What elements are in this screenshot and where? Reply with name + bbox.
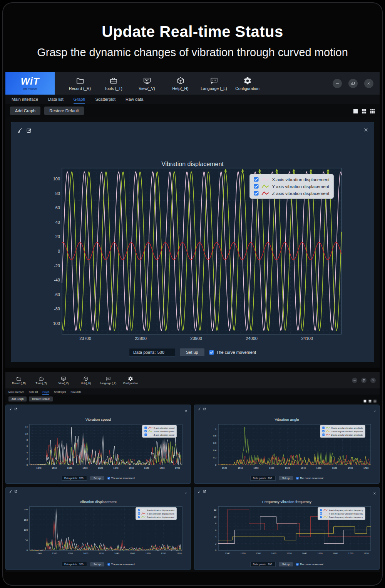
panel-close-button[interactable] [184, 490, 187, 496]
clear-icon[interactable] [9, 490, 12, 493]
minimize-button[interactable] [352, 378, 357, 383]
legend-item[interactable]: Z-axis vibration speed [144, 433, 174, 436]
series-checkbox[interactable] [322, 430, 325, 433]
data-points-input[interactable]: Data points: 500 [129, 348, 175, 356]
legend-item[interactable]: X-axis vibration displacement [138, 509, 174, 511]
add-graph-button[interactable]: Add Graph [10, 107, 40, 115]
data-points-input[interactable]: Data points: 200 [62, 476, 87, 481]
menu-item-view-v[interactable]: View(_V) [52, 376, 75, 385]
series-checkbox[interactable] [254, 177, 259, 182]
legend-item[interactable]: Y-axis frequency vibration frequency [320, 512, 363, 515]
set-up-button[interactable]: Set up [279, 562, 293, 566]
menu-item-help-h[interactable]: Help(_H) [75, 376, 97, 385]
legend-item[interactable]: Y-axis vibration speed [144, 430, 174, 433]
legend-item[interactable]: Z-axis angular vibration amplitude [322, 433, 363, 436]
legend-item[interactable]: Y-axis vibration displacement [254, 184, 330, 189]
curve-movement-checkbox[interactable]: The curve movement [296, 563, 323, 566]
legend-item[interactable]: Y-axis vibration displacement [138, 512, 174, 515]
minimize-button[interactable] [333, 79, 342, 88]
maximize-button[interactable] [348, 79, 358, 88]
menu-item-configuration[interactable]: Configuration [231, 77, 264, 91]
series-checkbox[interactable] [144, 433, 147, 436]
series-checkbox[interactable] [138, 512, 141, 515]
data-points-input[interactable]: Data points: 200 [62, 562, 87, 567]
tab-raw-data[interactable]: Raw data [70, 391, 81, 395]
svg-text:1620: 1620 [99, 552, 104, 555]
curve-movement-checkbox[interactable]: The curve movement [107, 477, 135, 480]
series-checkbox[interactable] [320, 516, 323, 518]
data-points-input[interactable]: Data points: 200 [250, 562, 276, 567]
series-checkbox[interactable] [254, 184, 259, 189]
panel-close-button[interactable] [184, 407, 187, 414]
menu-item-tools-t[interactable]: Tools (_T) [97, 77, 130, 91]
tab-data-list[interactable]: Data list [29, 391, 38, 395]
tab-graph[interactable]: Graph [42, 391, 49, 395]
menu-item-language-l[interactable]: Language (_L) [97, 376, 119, 385]
maximize-button[interactable] [361, 378, 367, 383]
edit-icon[interactable] [203, 407, 206, 411]
menu-item-view-v[interactable]: View(_V) [130, 77, 164, 91]
layout-single-icon[interactable] [363, 397, 367, 400]
layout-single-icon[interactable] [353, 108, 358, 113]
edit-icon[interactable] [14, 490, 18, 493]
legend-item[interactable]: X-axis angular vibration amplitude [322, 426, 363, 429]
curve-movement-checkbox[interactable]: The curve movement [107, 563, 135, 566]
legend-item[interactable]: X-axis vibration displacement [254, 177, 330, 182]
curve-movement-checkbox[interactable]: The curve movement [209, 350, 256, 355]
close-button[interactable] [364, 79, 373, 88]
layout-nine-icon[interactable] [370, 108, 375, 113]
clear-icon[interactable] [9, 407, 12, 411]
clear-icon[interactable] [198, 490, 201, 493]
tab-data-list[interactable]: Data list [48, 97, 64, 104]
menu-item-record-r[interactable]: Record (_R) [63, 77, 97, 91]
edit-icon[interactable] [14, 407, 18, 411]
set-up-button[interactable]: Set up [90, 562, 104, 566]
legend-item[interactable]: Z-axis vibration displacement [138, 516, 174, 518]
tab-scatterplot[interactable]: Scatterplot [95, 97, 116, 104]
edit-icon[interactable] [26, 128, 32, 133]
series-checkbox[interactable] [138, 516, 141, 518]
legend-item[interactable]: Z-axis vibration displacement [254, 191, 330, 196]
series-checkbox[interactable] [320, 509, 323, 511]
series-checkbox[interactable] [322, 426, 325, 429]
menu-item-language-l[interactable]: Language (_L) [197, 77, 231, 91]
legend-item[interactable]: X-axis frequency vibration frequency [320, 509, 363, 511]
layout-nine-icon[interactable] [373, 397, 377, 400]
series-checkbox[interactable] [320, 512, 323, 515]
series-checkbox[interactable] [144, 430, 147, 433]
edit-icon[interactable] [203, 490, 206, 493]
tab-scatterplot[interactable]: Scatterplot [54, 391, 66, 395]
menu-item-record-r[interactable]: Record (_R) [8, 376, 30, 385]
data-points-input[interactable]: Data points: 200 [250, 476, 276, 481]
tab-graph[interactable]: Graph [74, 97, 85, 104]
close-button[interactable] [370, 378, 376, 383]
legend-item[interactable]: Y-axis angular vibration amplitude [322, 430, 363, 433]
add-graph-button[interactable]: Add Graph [8, 396, 27, 401]
panel-close-button[interactable] [373, 490, 376, 496]
set-up-button[interactable]: Set up [180, 348, 204, 356]
restore-default-button[interactable]: Restore Default [29, 396, 52, 401]
clear-icon[interactable] [198, 407, 201, 411]
menu-item-help-h[interactable]: Help(_H) [164, 77, 197, 91]
svg-text:0.8: 0.8 [213, 435, 217, 437]
series-checkbox[interactable] [254, 191, 259, 196]
curve-movement-checkbox[interactable]: The curve movement [296, 477, 323, 480]
set-up-button[interactable]: Set up [279, 476, 293, 480]
series-checkbox[interactable] [144, 426, 147, 429]
layout-quad-icon[interactable] [368, 397, 372, 400]
restore-default-button[interactable]: Restore Default [44, 107, 84, 115]
tab-main-interface[interactable]: Main interface [12, 97, 38, 104]
set-up-button[interactable]: Set up [90, 476, 104, 480]
legend-item[interactable]: X-axis vibration speed [144, 426, 174, 429]
tab-main-interface[interactable]: Main interface [8, 391, 24, 395]
series-checkbox[interactable] [322, 433, 325, 436]
menu-item-tools-t[interactable]: Tools (_T) [30, 376, 52, 385]
panel-close-button[interactable] [373, 407, 376, 414]
clear-icon[interactable] [17, 128, 22, 133]
menu-item-configuration[interactable]: Configuration [119, 376, 142, 385]
tab-raw-data[interactable]: Raw data [126, 97, 143, 104]
series-checkbox[interactable] [138, 509, 141, 511]
legend-item[interactable]: Z-axis frequency vibration frequency [320, 516, 363, 518]
panel-close-button[interactable] [363, 127, 368, 134]
layout-quad-icon[interactable] [362, 108, 367, 113]
